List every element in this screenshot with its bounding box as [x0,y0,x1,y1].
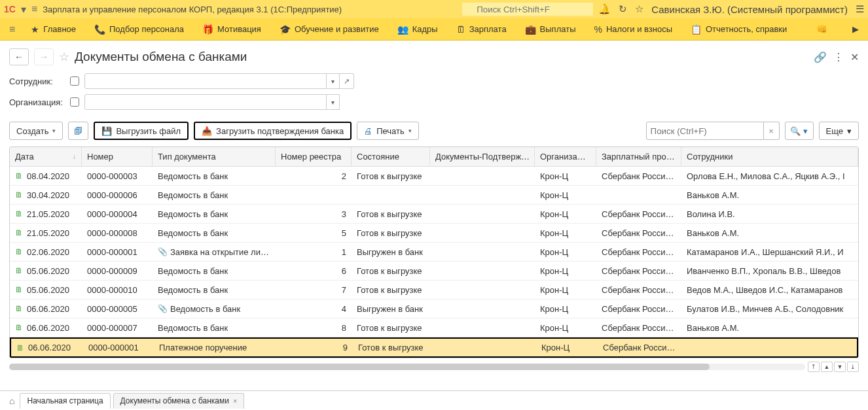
app-title: Зарплата и управление персоналом КОРП, р… [43,5,342,14]
export-file-button[interactable]: 💾Выгрузить файл [94,122,189,140]
table-row[interactable]: 🗎05.06.20200000-000010Ведомость в банк7Г… [10,281,858,299]
hscroll-thumb[interactable] [9,364,710,370]
table-row[interactable]: 🗎02.06.20200000-000001📎Заявка на открыти… [10,243,858,262]
tab-documents[interactable]: Документы обмена с банками× [113,393,245,409]
link-icon[interactable]: 🔗 [814,51,827,63]
cell-org: Крон-Ц [535,186,596,204]
doc-icon: 🗎 [15,285,23,294]
nav-item-6[interactable]: 💼Выплаты [516,18,585,41]
col-project[interactable]: Зарплатный про… [596,147,681,166]
employee-filter-open[interactable]: ↗ [340,73,354,89]
nav-item-3[interactable]: 🎓Обучение и развитие [270,18,388,41]
table-row[interactable]: 🗎06.06.20200000-000005📎Ведомость в банк4… [10,299,858,318]
cell-type: Ведомость в банк [153,262,276,280]
tab-home[interactable]: Начальная страница [20,393,110,409]
col-org[interactable]: Организа… [535,147,596,166]
nav-item-8[interactable]: 📋Отчетность, справки [681,18,796,41]
tab-close-icon[interactable]: × [233,397,237,405]
nav-label: Отчетность, справки [706,24,787,34]
kebab-icon[interactable]: ⋮ [833,51,844,63]
employee-filter-dropdown[interactable]: ▾ [327,73,340,89]
cell-type: Ведомость в банк [153,167,276,185]
nav-item-4[interactable]: 👥Кадры [388,18,447,41]
export-icon: 💾 [101,126,112,136]
cell-state: Готов к выгрузке [353,339,431,356]
col-employees[interactable]: Сотрудники [681,147,858,166]
favorite-icon[interactable]: ☆ [59,50,69,64]
local-search-input[interactable] [646,122,764,140]
nav-item-0[interactable]: ★Главное [22,18,85,41]
cell-confirm [431,339,536,356]
nav-item-7[interactable]: %Налоги и взносы [585,18,682,41]
scroll-top-button[interactable]: ⤒ [808,362,820,372]
cell-confirm [430,318,535,337]
nav-item-2[interactable]: 🎁Мотивация [193,18,270,41]
nav-tool-icon[interactable]: 👊 [811,24,832,34]
cell-reestr: 5 [276,224,352,242]
nav-more-icon[interactable]: ▶ [847,24,864,34]
scroll-down-button[interactable]: ▼ [834,362,846,372]
history-icon[interactable]: ↻ [619,3,627,15]
employee-filter-checkbox[interactable] [70,77,79,86]
scroll-bottom-button[interactable]: ⤓ [847,362,859,372]
col-state[interactable]: Состояние [352,147,430,166]
hscroll-track[interactable] [9,364,805,370]
col-reestr[interactable]: Номер реестра [276,147,352,166]
col-confirm[interactable]: Документы-Подтверж… [430,147,535,166]
table-row[interactable]: 🗎30.04.20200000-000006Ведомость в банкКр… [10,186,858,205]
col-number[interactable]: Номер [82,147,153,166]
global-search-input[interactable] [462,3,593,16]
toolbar: Создать▾ 🗐 💾Выгрузить файл 📥Загрузить по… [0,118,868,146]
cell-confirm [430,281,535,299]
menu-icon[interactable]: ☰ [856,3,864,15]
org-filter-input[interactable] [84,94,327,110]
cell-org: Крон-Ц [536,339,598,356]
table-row[interactable]: 🗎05.06.20200000-000009Ведомость в банк6Г… [10,262,858,281]
cell-date: 05.06.2020 [27,285,69,295]
table-header: Дата↓ Номер Тип документа Номер реестра … [10,147,858,167]
back-button[interactable]: ← [9,48,29,65]
nav-item-5[interactable]: 🗓Зарплата [447,18,516,41]
refresh-button[interactable]: 🗐 [68,122,88,140]
table-row[interactable]: 🗎21.05.20200000-000008Ведомость в банк5Г… [10,224,858,243]
doc-icon: 🗎 [16,343,24,352]
col-date[interactable]: Дата↓ [10,147,82,166]
nav-menu-icon[interactable]: ≡ [4,24,20,35]
nav-item-1[interactable]: 📞Подбор персонала [85,18,193,41]
table-row[interactable]: 🗎06.06.20200000-000001Платежное поручени… [10,337,858,358]
cell-number: 0000-000006 [82,186,153,204]
scroll-up-button[interactable]: ▲ [821,362,833,372]
search-button[interactable]: 🔍▾ [785,122,814,140]
employee-filter-input[interactable] [84,73,327,89]
table-row[interactable]: 🗎08.04.20200000-000003Ведомость в банк2Г… [10,167,858,186]
table-row[interactable]: 🗎06.06.20200000-000007Ведомость в банк8Г… [10,318,858,337]
nav-icon: 📋 [691,24,702,35]
cell-confirm [430,205,535,223]
dropdown-icon[interactable]: ▾ [21,3,26,16]
cell-org: Крон-Ц [535,299,596,318]
cell-org: Крон-Ц [535,318,596,337]
close-icon[interactable]: ✕ [850,51,859,63]
print-button[interactable]: 🖨Печать▾ [357,122,419,140]
refresh-icon: 🗐 [74,126,82,136]
star-icon[interactable]: ☆ [635,3,643,15]
cell-employees: Ваньков А.М. [681,318,858,337]
home-icon[interactable]: ⌂ [4,396,20,406]
doc-icon: 🗎 [15,323,23,332]
cell-state: Готов к выгрузке [352,224,430,242]
bell-icon[interactable]: 🔔 [598,3,611,15]
user-label[interactable]: Савинская З.Ю. (Системный программист) [651,4,848,15]
cell-org: Крон-Ц [535,243,596,261]
col-doc-type[interactable]: Тип документа [153,147,276,166]
cell-confirm [430,167,535,185]
search-clear-button[interactable]: × [764,122,780,140]
table-row[interactable]: 🗎21.05.20200000-000004Ведомость в банк3Г… [10,205,858,224]
create-button[interactable]: Создать▾ [9,122,63,140]
doc-icon: 🗎 [15,209,23,218]
org-filter-checkbox[interactable] [70,97,79,107]
more-button[interactable]: Еще▾ [819,122,859,140]
hamburger-icon[interactable]: ≡ [31,3,37,15]
cell-state: Готов к выгрузке [352,262,430,280]
load-confirm-button[interactable]: 📥Загрузить подтверждения банка [194,122,352,140]
org-filter-dropdown[interactable]: ▾ [327,94,340,110]
